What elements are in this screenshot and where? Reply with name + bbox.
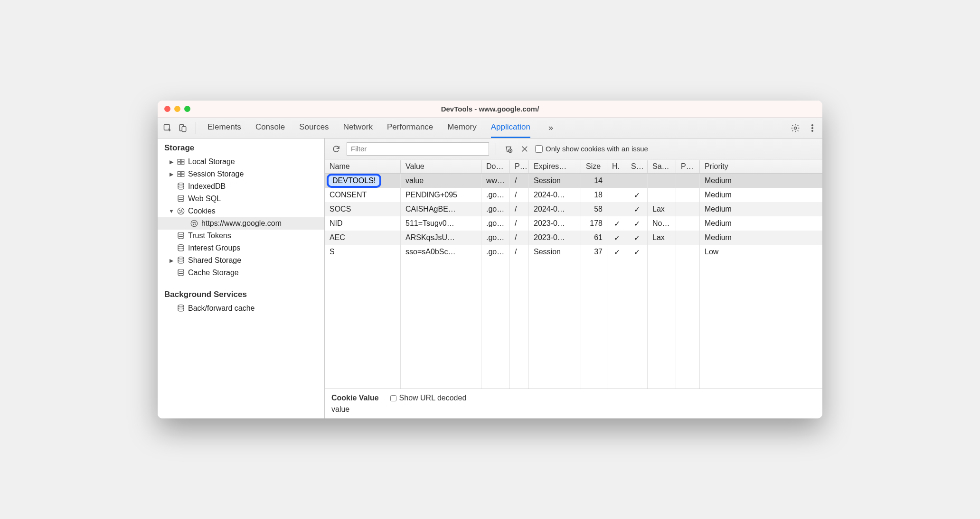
- cell-name[interactable]: S: [325, 248, 401, 256]
- cell-size: 14: [581, 176, 607, 185]
- cell-priority: Medium: [700, 191, 822, 199]
- sidebar-item-storage-0[interactable]: ▶Local Storage: [158, 156, 324, 168]
- db-icon: [177, 232, 185, 240]
- cell-name[interactable]: DEVTOOLS!: [325, 174, 401, 188]
- disclosure-triangle-icon[interactable]: ▶: [169, 258, 174, 264]
- cell-name[interactable]: NID: [325, 219, 401, 228]
- tab-application[interactable]: Application: [491, 118, 530, 138]
- cell-name[interactable]: CONSENT: [325, 191, 401, 199]
- cell-httponly: ✓: [607, 248, 626, 257]
- sidebar-item-storage-1[interactable]: ▶Session Storage: [158, 168, 324, 180]
- tab-network[interactable]: Network: [343, 118, 373, 138]
- col-httponly[interactable]: H.: [607, 160, 626, 173]
- sidebar-item-storage-7[interactable]: Interest Groups: [158, 242, 324, 254]
- cell-name[interactable]: SOCS: [325, 205, 401, 213]
- main-toolbar: Elements Console Sources Network Perform…: [158, 118, 822, 139]
- cookie-name-editing[interactable]: DEVTOOLS!: [327, 174, 381, 188]
- cell-path: /: [510, 205, 529, 213]
- sidebar-item-label: Shared Storage: [188, 256, 324, 265]
- inspect-element-icon[interactable]: [161, 122, 174, 134]
- svg-point-26: [195, 224, 196, 225]
- refresh-icon[interactable]: [330, 143, 342, 155]
- show-decoded-toggle[interactable]: Show URL decoded: [390, 394, 467, 402]
- devtools-window: DevTools - www.google.com/ Elements Cons…: [158, 101, 822, 418]
- sidebar-item-storage-2[interactable]: IndexedDB: [158, 180, 324, 193]
- sidebar-item-label: Local Storage: [188, 158, 324, 166]
- zoom-window-button[interactable]: [184, 106, 190, 112]
- cell-expires: Session: [529, 176, 581, 185]
- clear-all-icon[interactable]: [503, 143, 514, 155]
- col-expires[interactable]: Expires…: [529, 160, 581, 173]
- table-row[interactable]: AECARSKqsJsU….go…/2023-0…61✓✓LaxMedium: [325, 231, 822, 245]
- col-samesite[interactable]: Sa…: [648, 160, 676, 173]
- table-row[interactable]: SOCSCAISHAgBE….go…/2024-0…58✓LaxMedium: [325, 202, 822, 216]
- cell-domain: ww…: [481, 176, 510, 185]
- tab-elements[interactable]: Elements: [207, 118, 241, 138]
- cell-expires: Session: [529, 248, 581, 256]
- cell-httponly: ✓: [607, 219, 626, 228]
- only-issue-toggle[interactable]: Only show cookies with an issue: [535, 145, 648, 153]
- minimize-window-button[interactable]: [174, 106, 180, 112]
- cell-value: 511=Tsugv0…: [401, 219, 481, 228]
- tab-performance[interactable]: Performance: [387, 118, 433, 138]
- settings-icon[interactable]: [789, 122, 801, 134]
- cell-secure: ✓: [626, 191, 648, 200]
- section-background: Background Services: [158, 285, 324, 302]
- cell-name[interactable]: AEC: [325, 233, 401, 242]
- col-path[interactable]: P…: [510, 160, 529, 173]
- sidebar-item-storage-6[interactable]: Trust Tokens: [158, 230, 324, 242]
- more-options-icon[interactable]: [806, 122, 819, 134]
- col-priority[interactable]: Priority: [700, 160, 822, 173]
- col-size[interactable]: Size: [581, 160, 607, 173]
- show-decoded-checkbox[interactable]: [390, 395, 396, 401]
- sidebar-item-label: Session Storage: [188, 170, 324, 178]
- tabs-overflow-button[interactable]: »: [545, 123, 557, 133]
- svg-rect-10: [181, 162, 184, 165]
- col-name[interactable]: Name: [325, 160, 401, 173]
- svg-point-24: [195, 222, 196, 223]
- sidebar-item-storage-3[interactable]: Web SQL: [158, 193, 324, 205]
- cell-priority: Medium: [700, 176, 822, 185]
- cell-path: /: [510, 219, 529, 228]
- svg-point-23: [193, 222, 194, 223]
- sidebar-item-label: IndexedDB: [188, 182, 324, 191]
- svg-point-20: [180, 212, 181, 213]
- sidebar-item-storage-9[interactable]: Cache Storage: [158, 267, 324, 279]
- svg-point-3: [794, 127, 797, 129]
- filter-input[interactable]: [347, 142, 489, 156]
- cell-domain: .go…: [481, 205, 510, 213]
- cell-domain: .go…: [481, 233, 510, 242]
- tab-console[interactable]: Console: [255, 118, 285, 138]
- cell-secure: ✓: [626, 233, 648, 242]
- col-value[interactable]: Value: [401, 160, 481, 173]
- sidebar-separator: [158, 283, 324, 283]
- close-window-button[interactable]: [164, 106, 170, 112]
- cell-httponly: ✓: [607, 233, 626, 242]
- table-row[interactable]: DEVTOOLS!valueww…/Session14Medium: [325, 174, 822, 188]
- sidebar-item-background-0[interactable]: Back/forward cache: [158, 302, 324, 315]
- disclosure-triangle-icon[interactable]: ▶: [169, 171, 174, 177]
- svg-point-6: [812, 130, 813, 131]
- only-issue-checkbox[interactable]: [535, 145, 543, 153]
- tab-memory[interactable]: Memory: [447, 118, 476, 138]
- sidebar-item-storage-4[interactable]: ▼Cookies: [158, 205, 324, 217]
- sidebar-item-storage-8[interactable]: ▶Shared Storage: [158, 254, 324, 267]
- col-domain[interactable]: Do…: [481, 160, 510, 173]
- device-toolbar-icon[interactable]: [177, 122, 189, 134]
- table-row[interactable]: CONSENTPENDING+095.go…/2024-0…18✓Medium: [325, 188, 822, 202]
- application-sidebar: Storage ▶Local Storage▶Session StorageIn…: [158, 139, 325, 418]
- sidebar-item-storage-5[interactable]: https://www.google.com: [158, 217, 324, 230]
- svg-point-4: [812, 124, 813, 126]
- grid-icon: [177, 170, 185, 178]
- cell-priority: Medium: [700, 205, 822, 213]
- svg-point-21: [182, 212, 183, 213]
- delete-selected-icon[interactable]: [519, 143, 530, 155]
- table-row[interactable]: NID511=Tsugv0….go…/2023-0…178✓✓No…Medium: [325, 216, 822, 231]
- col-secure[interactable]: S…: [626, 160, 648, 173]
- table-row[interactable]: Ssso=sA0bSc….go…/Session37✓✓Low: [325, 245, 822, 259]
- tab-sources[interactable]: Sources: [299, 118, 329, 138]
- svg-point-28: [178, 245, 184, 247]
- col-partition[interactable]: P…: [676, 160, 700, 173]
- disclosure-triangle-icon[interactable]: ▼: [169, 208, 174, 214]
- disclosure-triangle-icon[interactable]: ▶: [169, 159, 174, 165]
